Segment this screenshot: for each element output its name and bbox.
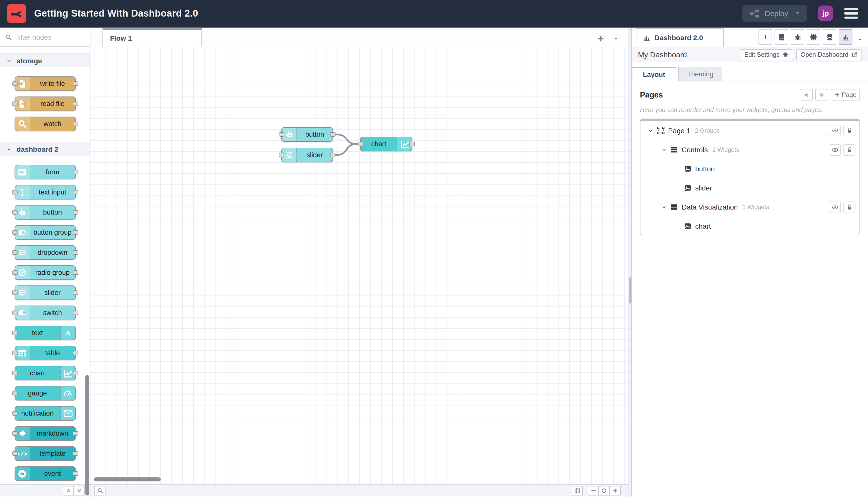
output-port[interactable] [72,451,78,456]
output-port[interactable] [72,270,78,275]
chevron-down-icon[interactable] [660,147,668,153]
output-port[interactable] [410,142,415,146]
tab-layout[interactable]: Layout [632,67,676,81]
open-dashboard-button[interactable]: Open Dashboard [796,49,862,60]
input-port[interactable] [12,351,17,355]
input-port[interactable] [12,102,17,106]
palette-node-event[interactable]: event [14,466,76,481]
user-avatar[interactable]: jp [818,5,833,21]
lock-toggle-button[interactable] [843,201,855,213]
zoom-in-button[interactable] [610,486,621,496]
palette-filter-input[interactable] [16,32,85,42]
deploy-button[interactable]: Deploy [743,5,807,22]
palette-node-text[interactable]: textA [14,326,76,340]
palette-node-switch[interactable]: switch [14,305,76,320]
pages-expand-all-button[interactable] [815,89,828,101]
palette-node-text-input[interactable]: text input [14,185,76,199]
lock-toggle-button[interactable] [843,124,855,136]
input-port[interactable] [12,81,17,86]
palette-expand-all-button[interactable] [74,486,85,496]
palette-node-template[interactable]: </>template [14,446,76,461]
sidebar-button-chart-bars-icon[interactable] [839,29,852,45]
palette-node-watch[interactable]: watch [14,117,76,131]
palette-node-markdown[interactable]: markdown [14,426,76,441]
input-port[interactable] [12,451,17,456]
output-port[interactable] [72,311,78,315]
output-port[interactable] [72,351,78,355]
input-port[interactable] [12,311,17,315]
palette-node-read-file[interactable]: read file [14,96,76,111]
output-port[interactable] [72,102,78,106]
tab-flow-1[interactable]: Flow 1 [103,28,202,47]
output-port[interactable] [72,471,78,476]
palette-node-write-file[interactable]: write file [14,76,76,91]
output-port[interactable] [72,371,78,376]
output-port[interactable] [330,132,336,137]
output-port[interactable] [72,170,78,174]
pages-collapse-all-button[interactable] [800,89,813,101]
palette-node-dropdown[interactable]: dropdown [14,245,76,260]
output-port[interactable] [72,431,78,436]
output-port[interactable] [72,190,78,195]
flow-list-caret-icon[interactable] [613,36,619,42]
lock-toggle-button[interactable] [843,144,855,156]
navigator-map-button[interactable] [572,486,583,496]
add-flow-button[interactable] [597,35,605,43]
palette-category-header[interactable]: dashboard 2 [0,142,90,156]
visibility-toggle-button[interactable] [829,124,841,136]
zoom-out-button[interactable] [588,486,599,496]
canvas-vertical-scrollbar[interactable] [628,28,632,497]
palette-node-notification[interactable]: notification [14,406,76,421]
tree-row-Page-1[interactable]: Page 12 Groups [640,121,859,140]
output-port[interactable] [72,122,78,126]
tree-row-chart[interactable]: chart [640,217,859,236]
input-port[interactable] [279,132,284,137]
tree-row-Controls[interactable]: Controls2 Widgets [640,140,859,159]
output-port[interactable] [72,250,78,255]
sidebar-button-database-icon[interactable] [823,29,836,45]
sidebar-button-info-icon[interactable]: i [759,29,772,45]
output-port[interactable] [72,210,78,214]
sidebar-button-bug-icon[interactable] [791,29,804,45]
flow-node-button[interactable]: button [281,127,333,142]
input-port[interactable] [12,411,17,416]
output-port[interactable] [330,153,336,157]
input-port[interactable] [12,270,17,275]
palette-node-gauge[interactable]: gauge [14,386,76,401]
tree-row-Data-Visualization[interactable]: Data Visualization1 Widgets [640,197,859,217]
chevron-down-icon[interactable] [660,204,668,210]
output-port[interactable] [72,230,78,235]
input-port[interactable] [279,153,284,157]
input-port[interactable] [358,142,363,146]
input-port[interactable] [12,290,17,295]
add-page-button[interactable]: Page [831,89,860,101]
palette-scrollbar[interactable] [85,375,89,496]
input-port[interactable] [12,391,17,395]
tab-dashboard-2[interactable]: Dashboard 2.0 [636,28,724,47]
palette-node-radio-group[interactable]: radio group [14,265,76,280]
output-port[interactable] [72,290,78,295]
input-port[interactable] [12,431,17,436]
input-port[interactable] [12,331,17,335]
palette-node-slider[interactable]: slider [14,286,76,300]
sidebar-button-gear-icon[interactable] [807,29,820,45]
tree-row-slider[interactable]: slider [640,179,859,197]
flow-node-slider[interactable]: slider [281,148,333,162]
flow-canvas[interactable]: buttonsliderchart [90,47,628,484]
palette-node-button[interactable]: button [14,205,76,220]
sidebar-options-caret-icon[interactable] [857,37,863,47]
input-port[interactable] [12,371,17,376]
zoom-reset-button[interactable] [599,486,610,496]
input-port[interactable] [12,250,17,255]
deploy-options-caret-icon[interactable] [794,11,800,16]
palette-node-button-group[interactable]: button group [14,225,76,240]
chevron-down-icon[interactable] [646,127,655,133]
canvas-search-button[interactable] [94,486,106,496]
palette-node-chart[interactable]: chart [14,366,76,380]
palette-category-header[interactable]: storage [0,53,90,67]
canvas-horizontal-scrollbar[interactable] [94,477,161,482]
tab-theming[interactable]: Theming [678,67,722,81]
output-port[interactable] [72,81,78,86]
visibility-toggle-button[interactable] [829,144,841,156]
palette-node-table[interactable]: table [14,346,76,360]
